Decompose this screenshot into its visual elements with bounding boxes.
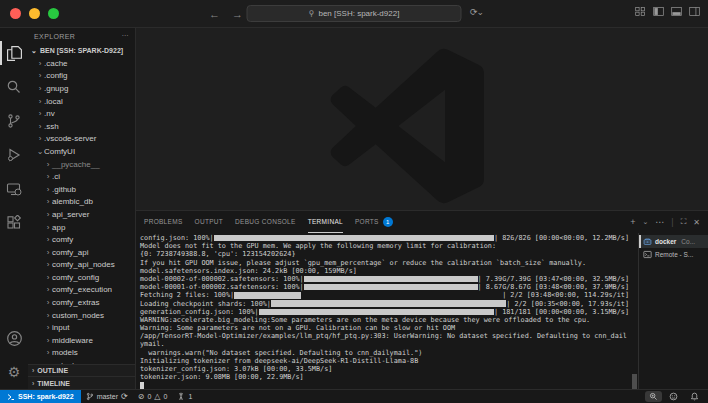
tree-item--gnupg[interactable]: ›.gnupg <box>28 82 135 95</box>
chevron-right-icon: › <box>36 97 44 106</box>
tree-item-app[interactable]: ›app <box>28 221 135 234</box>
toggle-primary-sidebar-icon[interactable] <box>653 6 664 17</box>
terminal-line: config.json: 100%|| 826/826 [00:00<00:00… <box>140 234 629 242</box>
zoom-level-item[interactable] <box>645 391 662 402</box>
tree-item-middleware[interactable]: ›middleware <box>28 334 135 347</box>
terminal-name: docker <box>655 238 676 245</box>
progress-bar <box>234 292 301 299</box>
tree-item--config[interactable]: ›.config <box>28 70 135 83</box>
close-window-button[interactable] <box>10 8 21 19</box>
chevron-right-icon: › <box>44 348 52 357</box>
panel-more-actions-icon[interactable]: ⋯ <box>655 217 664 227</box>
chevron-right-icon: › <box>36 109 44 118</box>
zoom-window-button[interactable] <box>48 8 59 19</box>
customize-layout-icon[interactable] <box>635 6 646 17</box>
forward-arrow-icon[interactable]: → <box>232 8 243 20</box>
close-panel-icon[interactable]: ✕ <box>693 218 700 227</box>
tree-item--local[interactable]: ›.local <box>28 95 135 108</box>
new-terminal-icon[interactable]: + <box>630 217 635 227</box>
warnings-icon: △ <box>154 392 160 401</box>
status-bar: SSH: spark-d922 master ⟳ ⊘ 0 △ 0 1 <box>0 389 708 403</box>
tree-item-input[interactable]: ›input <box>28 321 135 334</box>
forwarded-ports-item[interactable]: 1 <box>172 390 197 403</box>
source-control-icon[interactable] <box>0 104 28 138</box>
tree-item--nv[interactable]: ›.nv <box>28 107 135 120</box>
command-center-search[interactable]: ⚲ ben [SSH: spark-d922] <box>247 5 462 22</box>
tree-item-label: comfy_execution <box>52 285 112 294</box>
terminal-output[interactable]: config.json: 100%|| 826/826 [00:00<00:00… <box>136 233 631 389</box>
extensions-icon[interactable] <box>0 206 28 240</box>
tree-item--vscode-server[interactable]: ›.vscode-server <box>28 133 135 146</box>
settings-gear-icon[interactable]: ⚙ <box>0 355 28 389</box>
file-tree: ›.cache›.config›.gnupg›.local›.nv›.ssh›.… <box>28 57 135 364</box>
tree-item--ssh[interactable]: ›.ssh <box>28 120 135 133</box>
terminal-list-item-docker[interactable]: dockerCo... <box>639 235 708 248</box>
tree-item--ci[interactable]: ›.ci <box>28 170 135 183</box>
tree-item-models[interactable]: ›models <box>28 347 135 360</box>
timeline-section[interactable]: ›TIMELINE <box>28 377 135 389</box>
tree-item--github[interactable]: ›.github <box>28 183 135 196</box>
progress-bar <box>304 276 478 283</box>
chevron-right-icon: › <box>44 285 52 294</box>
refresh-dropdown-icon[interactable]: ⟳⌄ <box>470 7 483 17</box>
notifications-item[interactable] <box>685 392 704 401</box>
tree-item-comfy-extras[interactable]: ›comfy_extras <box>28 296 135 309</box>
remote-explorer-icon[interactable] <box>0 172 28 206</box>
account-icon[interactable] <box>0 321 28 355</box>
vscode-window: ← → ⚲ ben [SSH: spark-d922] ⟳⌄ <box>0 0 708 403</box>
toggle-secondary-sidebar-icon[interactable] <box>689 6 700 17</box>
terminal-line: tokenizer.json: 9.08MB [00:00, 22.9MB/s] <box>140 373 629 381</box>
feedback-item[interactable] <box>664 392 683 401</box>
activity-bar: ⚙ <box>0 28 28 389</box>
panel-tab-ports[interactable]: PORTS1 <box>355 211 393 233</box>
tree-item-api-server[interactable]: ›api_server <box>28 208 135 221</box>
tree-item--pycache-[interactable]: ›__pycache__ <box>28 158 135 171</box>
tree-item-comfy-execution[interactable]: ›comfy_execution <box>28 284 135 297</box>
maximize-panel-icon[interactable]: ⛶ <box>681 217 687 227</box>
tree-item-custom-nodes[interactable]: ›custom_nodes <box>28 309 135 322</box>
explorer-icon[interactable] <box>0 36 28 70</box>
terminal-line: If you hit GPU OOM issue, please adjust … <box>140 259 629 267</box>
tree-item-label: comfy_extras <box>52 298 100 307</box>
panel-tab-output[interactable]: OUTPUT <box>195 211 224 233</box>
explorer-actions-icon[interactable]: ⋯ <box>122 32 129 40</box>
terminal-dropdown-icon[interactable]: ⌄ <box>642 218 648 226</box>
tree-item-label: ComfyUI <box>44 147 75 156</box>
panel-tab-terminal[interactable]: TERMINAL <box>308 211 343 233</box>
editor-area <box>136 28 708 210</box>
toggle-panel-icon[interactable] <box>671 6 682 17</box>
chevron-right-icon: › <box>44 298 52 307</box>
tree-item--cache[interactable]: ›.cache <box>28 57 135 70</box>
panel-tab-label: TERMINAL <box>308 218 343 225</box>
tree-item-comfyui[interactable]: ⌄ComfyUI <box>28 145 135 158</box>
workspace-section-header[interactable]: ⌄ BEN [SSH: SPARK-D922] <box>28 44 135 57</box>
tree-item-label: comfy_api_nodes <box>52 260 115 269</box>
tree-item-label: comfy_config <box>52 273 99 282</box>
tree-item-comfy-config[interactable]: ›comfy_config <box>28 271 135 284</box>
problems-item[interactable]: ⊘ 0 △ 0 <box>133 390 173 403</box>
chevron-right-icon: › <box>36 122 44 131</box>
progress-bar <box>214 235 494 242</box>
run-debug-icon[interactable] <box>0 138 28 172</box>
tree-item-alembic-db[interactable]: ›alembic_db <box>28 196 135 209</box>
bell-icon <box>690 392 699 401</box>
remote-indicator[interactable]: SSH: spark-d922 <box>0 390 81 403</box>
back-arrow-icon[interactable]: ← <box>209 8 220 20</box>
chevron-right-icon: › <box>44 336 52 345</box>
terminal-list-item-remote-s-[interactable]: Remote - S... <box>639 248 708 261</box>
search-activity-icon[interactable] <box>0 70 28 104</box>
terminal-description: Co... <box>681 238 695 245</box>
outline-section[interactable]: ›OUTLINE <box>28 365 135 377</box>
tree-item-label: middleware <box>52 336 93 345</box>
chevron-right-icon: › <box>44 160 52 169</box>
panel-tab-debug-console[interactable]: DEBUG CONSOLE <box>235 211 296 233</box>
tree-item-label: .github <box>52 185 76 194</box>
terminal-line: WARNING:accelerate.big_modeling:Some par… <box>140 316 629 324</box>
panel-tab-problems[interactable]: PROBLEMS <box>144 211 183 233</box>
git-branch-item[interactable]: master ⟳ <box>81 390 133 403</box>
tree-item-comfy-api-nodes[interactable]: ›comfy_api_nodes <box>28 259 135 272</box>
minimize-window-button[interactable] <box>29 8 40 19</box>
terminal-scrollbar[interactable] <box>631 233 638 389</box>
tree-item-comfy[interactable]: ›comfy <box>28 233 135 246</box>
tree-item-comfy-api[interactable]: ›comfy_api <box>28 246 135 259</box>
